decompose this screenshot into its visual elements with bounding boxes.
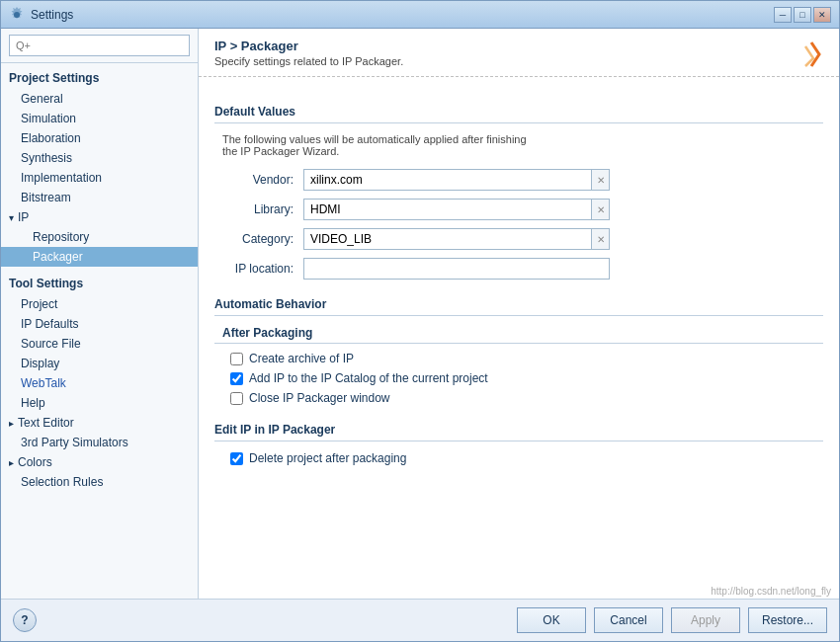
category-label: Category: [214,232,303,246]
close-button[interactable]: ✕ [813,7,831,23]
sidebar-item-project[interactable]: Project [1,294,198,314]
sidebar-item-repository[interactable]: Repository [1,227,198,247]
sidebar-item-general[interactable]: General [1,89,198,109]
sidebar: Project Settings General Simulation Elab… [1,29,199,599]
settings-icon [9,7,25,23]
sidebar-item-webtalk[interactable]: WebTalk [1,373,198,393]
tree-container: Project Settings General Simulation Elab… [1,63,198,599]
after-packaging-title: After Packaging [214,326,823,344]
vendor-row: Vendor: ✕ [214,169,823,191]
sidebar-item-ip-defaults[interactable]: IP Defaults [1,314,198,334]
window-controls: ─ □ ✕ [774,7,831,23]
category-input-wrap: ✕ [303,228,610,250]
tool-settings-header: Tool Settings [1,273,198,294]
delete-project-label: Delete project after packaging [249,451,406,465]
watermark: http://blog.csdn.net/long_fly [199,584,839,599]
page-title: IP > Packager [214,39,403,53]
maximize-button[interactable]: □ [794,7,811,23]
library-input-wrap: ✕ [303,199,610,220]
library-clear-button[interactable]: ✕ [592,199,610,220]
main-content-area: Project Settings General Simulation Elab… [1,29,839,599]
bottom-bar: ? OK Cancel Apply Restore... [1,599,839,641]
edit-ip-title: Edit IP in IP Packager [214,423,823,441]
project-settings-header: Project Settings [1,67,198,89]
sidebar-item-simulation[interactable]: Simulation [1,109,198,128]
sidebar-group-ip[interactable]: ▾ IP [1,207,198,227]
sidebar-item-selection-rules[interactable]: Selection Rules [1,472,198,492]
category-row: Category: ✕ [214,228,823,250]
vendor-input-wrap: ✕ [303,169,610,191]
sidebar-item-implementation[interactable]: Implementation [1,168,198,188]
sidebar-item-bitstream[interactable]: Bitstream [1,188,198,207]
ip-location-row: IP location: [214,258,823,280]
create-archive-label: Create archive of IP [249,352,354,365]
library-label: Library: [214,202,303,216]
category-input[interactable] [303,228,592,250]
library-row: Library: ✕ [214,199,823,220]
title-bar: Settings ─ □ ✕ [1,1,839,29]
create-archive-checkbox[interactable] [230,353,243,365]
sidebar-group-ip-label: IP [18,210,29,224]
bottom-bar-right: OK Cancel Apply Restore... [517,607,827,633]
search-input[interactable] [9,35,190,56]
sidebar-item-packager[interactable]: Packager [1,247,198,267]
edit-ip-section: Edit IP in IP Packager Delete project af… [214,423,823,465]
automatic-behavior-title: Automatic Behavior [214,297,823,316]
sidebar-item-3rd-party[interactable]: 3rd Party Simulators [1,433,198,452]
chevron-right-icon2: ▸ [9,457,14,468]
close-window-row: Close IP Packager window [214,391,823,405]
ip-location-label: IP location: [214,262,303,276]
sidebar-item-display[interactable]: Display [1,354,198,373]
category-clear-button[interactable]: ✕ [592,228,610,250]
minimize-button[interactable]: ─ [774,7,792,23]
bottom-bar-left: ? [13,608,37,632]
delete-project-checkbox[interactable] [230,452,243,465]
scrollable-area: Default Values The following values will… [199,77,839,584]
sidebar-item-elaboration[interactable]: Elaboration [1,128,198,148]
ip-location-input-wrap [303,258,610,280]
default-values-section: Default Values The following values will… [214,105,823,280]
chevron-right-icon: ▸ [9,418,14,429]
close-window-checkbox[interactable] [230,392,243,405]
vendor-label: Vendor: [214,173,303,187]
ip-location-input[interactable] [303,258,610,280]
default-values-title: Default Values [214,105,823,123]
sidebar-item-source-file[interactable]: Source File [1,334,198,354]
cancel-button[interactable]: Cancel [594,607,663,633]
default-values-desc: The following values will be automatical… [214,133,823,157]
sidebar-group-text-editor-label: Text Editor [18,416,74,430]
settings-window: Settings ─ □ ✕ Project Settings General … [0,0,840,642]
vendor-input[interactable] [303,169,592,191]
sidebar-group-colors[interactable]: ▸ Colors [1,452,198,472]
header-text: IP > Packager Specify settings related t… [214,39,403,67]
main-panel: IP > Packager Specify settings related t… [199,29,839,599]
sidebar-group-colors-label: Colors [18,455,52,469]
add-ip-catalog-checkbox[interactable] [230,372,243,385]
page-description: Specify settings related to IP Packager. [214,55,403,67]
sidebar-group-text-editor[interactable]: ▸ Text Editor [1,413,198,433]
delete-project-row: Delete project after packaging [214,451,823,465]
create-archive-row: Create archive of IP [214,352,823,365]
vendor-clear-button[interactable]: ✕ [592,169,610,191]
library-input[interactable] [303,199,592,220]
content-header: IP > Packager Specify settings related t… [199,29,839,77]
automatic-behavior-section: Automatic Behavior After Packaging Creat… [214,297,823,405]
add-ip-catalog-row: Add IP to the IP Catalog of the current … [214,371,823,385]
xilinx-logo [792,39,823,70]
search-box [1,29,198,63]
apply-button[interactable]: Apply [671,607,740,633]
chevron-down-icon: ▾ [9,212,14,223]
sidebar-item-help[interactable]: Help [1,393,198,413]
help-button[interactable]: ? [13,608,37,632]
close-window-label: Close IP Packager window [249,391,390,405]
sidebar-item-synthesis[interactable]: Synthesis [1,148,198,168]
window-title: Settings [31,8,774,22]
ok-button[interactable]: OK [517,607,586,633]
add-ip-catalog-label: Add IP to the IP Catalog of the current … [249,371,488,385]
restore-button[interactable]: Restore... [748,607,827,633]
